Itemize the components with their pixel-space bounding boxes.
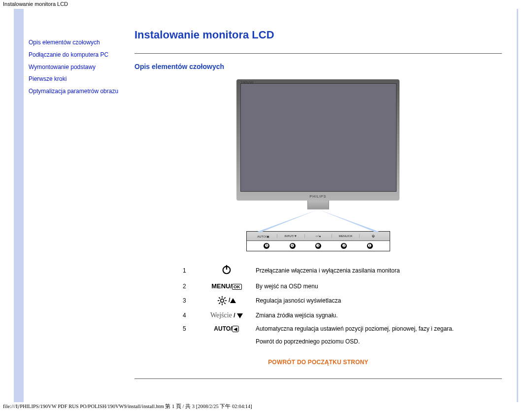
sidebar-item-first-steps[interactable]: Pierwsze kroki [29, 75, 125, 83]
panel-number-1: ➊ [367, 243, 373, 249]
divider-bottom [134, 378, 502, 379]
panel-label-2: MENU/OK [332, 234, 359, 238]
svg-line-9 [219, 297, 220, 299]
doc-header-title: Instalowanie monitora LCD [0, 0, 532, 8]
table-row: Powrót do poprzedniego poziomu OSD. [178, 335, 459, 348]
monitor-neck [307, 201, 329, 209]
footer-path: file:///I|/PHILIPS/190VW PDF RUS PO/POLI… [3, 403, 252, 410]
divider-top [134, 53, 502, 54]
power-icon [202, 261, 251, 279]
sidebar-item-remove-base[interactable]: Wymontowanie podstawy [29, 63, 125, 71]
legend-num: 2 [178, 279, 202, 293]
table-row: 1 Przełączanie włączenia i wyłączenia za… [178, 261, 459, 279]
section-title: Opis elementów czołowych [134, 63, 502, 70]
svg-line-10 [224, 303, 226, 304]
monitor-bezel: 190VW PHILIPS [236, 79, 399, 201]
table-row: 5 AUTO/◀ Automatyczna regulacja ustawień… [178, 322, 459, 335]
legend-desc-extra: Powrót do poprzedniego poziomu OSD. [251, 335, 459, 348]
svg-line-12 [224, 297, 226, 299]
sidebar-item-connect-pc[interactable]: Podłączanie do komputera PC [29, 51, 125, 59]
panel-label-5: AUTO/▣ [250, 234, 277, 239]
legend-num: 5 [178, 322, 202, 335]
legend-num: 3 [178, 293, 202, 308]
menu-ok-icon: MENU/OK [202, 279, 251, 293]
page-frame: Opis elementów czołowych Podłączanie do … [14, 9, 518, 402]
panel-label-3: ☼/▲ [304, 234, 332, 238]
legend-desc: Automatyczna regulacja ustawień pozycji … [251, 322, 459, 335]
button-panel-labels: AUTO/▣ INPUT/▼ ☼/▲ MENU/OK ⏻ [247, 232, 390, 241]
legend-desc: Przełączanie włączenia i wyłączenia zasi… [251, 261, 459, 279]
svg-point-4 [220, 299, 224, 303]
svg-marker-0 [256, 209, 318, 232]
monitor-logo: PHILIPS [310, 195, 327, 198]
panel-number-3: ➌ [315, 243, 321, 249]
panel-number-5: ➎ [264, 243, 269, 249]
brightness-up-icon: / [202, 293, 251, 308]
page-title: Instalowanie monitora LCD [134, 29, 502, 41]
panel-number-2: ➋ [341, 243, 347, 249]
panel-label-1: ⏻ [359, 234, 387, 238]
legend-desc: By wejść na OSD menu [251, 279, 459, 293]
sidebar-item-front-desc[interactable]: Opis elementów czołowych [29, 38, 125, 47]
monitor-screen [240, 83, 397, 192]
sidebar-item-optimize[interactable]: Optymalizacja parametrów obrazu [29, 87, 125, 96]
button-legend-table: 1 Przełączanie włączenia i wyłączenia za… [178, 261, 459, 348]
table-row: 3 / Regulacja jasności wyświetlacza [178, 293, 459, 308]
svg-marker-1 [318, 209, 380, 232]
monitor-model-label: 190VW [240, 80, 253, 85]
sidebar: Opis elementów czołowych Podłączanie do … [24, 9, 130, 402]
svg-line-11 [219, 303, 220, 304]
content-area: Instalowanie monitora LCD Opis elementów… [130, 9, 517, 402]
panel-label-4: INPUT/▼ [277, 234, 304, 238]
table-row: 4 Wejście / Zmiana źródła wejścia sygnał… [178, 308, 459, 322]
button-panel: AUTO/▣ INPUT/▼ ☼/▲ MENU/OK ⏻ ➎ ➍ ➌ ➋ ➊ [246, 231, 390, 251]
auto-back-icon: AUTO/◀ [202, 322, 251, 335]
panel-number-4: ➍ [290, 243, 296, 249]
legend-num: 1 [178, 261, 202, 279]
button-panel-numbers: ➎ ➍ ➌ ➋ ➊ [247, 241, 390, 251]
light-beams-icon [236, 209, 400, 232]
legend-num: 4 [178, 308, 202, 322]
legend-desc: Zmiana źródła wejścia sygnału. [251, 308, 459, 322]
input-down-icon: Wejście / [202, 308, 251, 322]
monitor-illustration: 190VW PHILIPS AUTO/▣ INPUT/▼ ☼/▲ [134, 79, 502, 251]
return-to-top-link[interactable]: POWRÓT DO POCZĄTKU STRONY [134, 359, 502, 366]
table-row: 2 MENU/OK By wejść na OSD menu [178, 279, 459, 293]
legend-desc: Regulacja jasności wyświetlacza [251, 293, 459, 308]
